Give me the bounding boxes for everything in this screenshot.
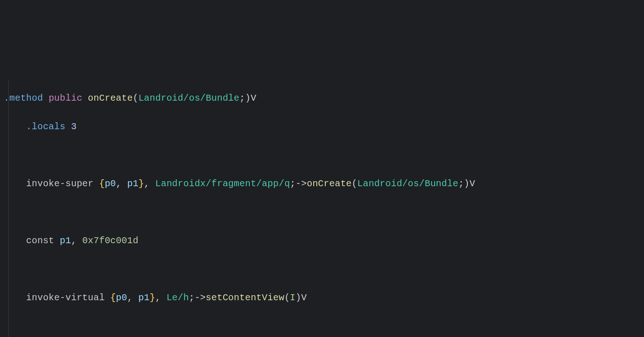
directive: .locals [26,121,65,132]
register: p1 [138,292,150,303]
function-name: onCreate [88,93,133,103]
method-name: onCreate [307,178,352,189]
code-line: invoke-virtual {p0, p1}, Le/h;->setConte… [4,291,644,305]
type: Landroid/os/Bundle [138,93,240,103]
arrow: -> [296,178,307,189]
directive: .method [4,93,43,103]
register: p1 [127,178,138,189]
blank-line [4,148,644,162]
modifier: public [49,93,82,103]
register: p0 [116,292,127,303]
code-editor[interactable]: .method public onCreate(Landroid/os/Bund… [0,63,644,337]
instruction: invoke-virtual [26,292,105,303]
blank-line [4,205,644,219]
blank-line [4,319,644,333]
sig: V [301,292,307,303]
code-line: .locals 3 [4,120,644,134]
literal: 0x7f0c001d [82,235,138,246]
indent-guide [8,79,9,337]
arrow: -> [195,292,206,303]
instruction: const [26,235,54,246]
sig: V [470,178,475,189]
type: Landroid/os/Bundle [357,178,459,189]
type: I [290,292,295,303]
type: Le/h [167,292,189,303]
method-name: setContentView [206,292,284,303]
code-line: .method public onCreate(Landroid/os/Bund… [4,91,644,105]
blank-line [4,262,644,276]
sig: V [251,93,256,103]
code-line: const p1, 0x7f0c001d [4,234,644,248]
register: p0 [105,178,116,189]
number: 3 [71,121,76,132]
instruction: invoke-super [26,178,93,189]
register: p1 [60,235,71,246]
type: Landroidx/fragment/app/q [155,178,290,189]
code-line: invoke-super {p0, p1}, Landroidx/fragmen… [4,177,644,191]
